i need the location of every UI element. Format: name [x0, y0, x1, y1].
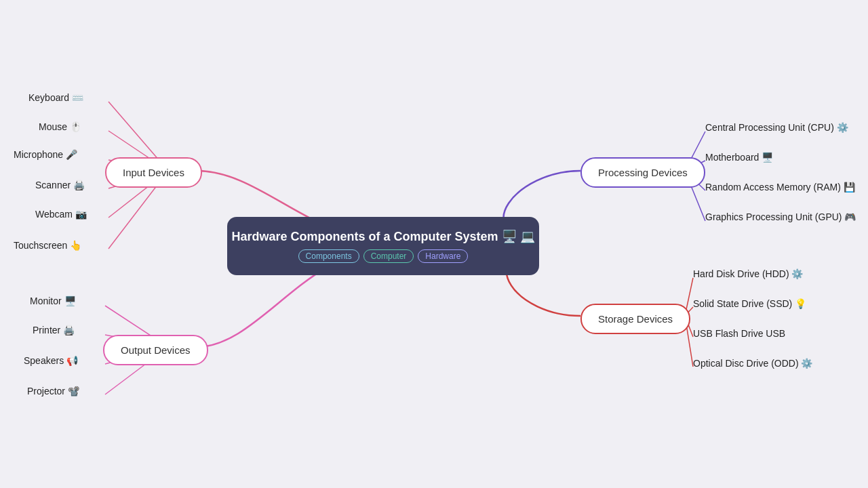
processing-devices-label: Processing Devices	[598, 167, 688, 178]
category-processing-devices[interactable]: Processing Devices	[580, 157, 705, 188]
leaf-microphone: Microphone 🎤	[14, 149, 77, 160]
leaf-ssd: Solid State Drive (SSD) 💡	[693, 298, 806, 309]
leaf-touchscreen: Touchscreen 👆	[14, 240, 81, 251]
leaf-speakers: Speakers 📢	[24, 355, 78, 366]
tag-hardware: Hardware	[418, 249, 468, 263]
category-input-devices[interactable]: Input Devices	[105, 157, 202, 188]
category-output-devices[interactable]: Output Devices	[103, 335, 208, 365]
leaf-printer: Printer 🖨️	[33, 325, 75, 336]
leaf-ram: Random Access Memory (RAM) 💾	[705, 182, 855, 192]
leaf-monitor: Monitor 🖥️	[30, 296, 76, 306]
leaf-hdd: Hard Disk Drive (HDD) ⚙️	[693, 268, 803, 279]
leaf-cpu: Central Processing Unit (CPU) ⚙️	[705, 122, 848, 133]
central-node: Hardware Components of a Computer System…	[227, 217, 539, 275]
leaf-gpu: Graphics Processing Unit (GPU) 🎮	[705, 211, 856, 222]
leaf-motherboard: Motherboard 🖥️	[705, 152, 773, 163]
category-storage-devices[interactable]: Storage Devices	[580, 304, 690, 334]
leaf-webcam: Webcam 📷	[35, 209, 87, 220]
tag-components: Components	[298, 249, 359, 263]
storage-devices-label: Storage Devices	[598, 313, 673, 325]
input-devices-label: Input Devices	[123, 167, 184, 178]
central-tags: Components Computer Hardware	[298, 249, 469, 263]
leaf-scanner: Scanner 🖨️	[35, 180, 85, 190]
output-devices-label: Output Devices	[121, 344, 191, 356]
tag-computer: Computer	[363, 249, 414, 263]
leaf-usb: USB Flash Drive USB	[693, 328, 785, 339]
central-title: Hardware Components of a Computer System…	[231, 229, 534, 244]
leaf-projector: Projector 📽️	[27, 386, 79, 396]
leaf-odd: Optical Disc Drive (ODD) ⚙️	[693, 358, 812, 369]
leaf-mouse: Mouse 🖱️	[39, 121, 81, 132]
leaf-keyboard: Keyboard ⌨️	[28, 92, 83, 103]
